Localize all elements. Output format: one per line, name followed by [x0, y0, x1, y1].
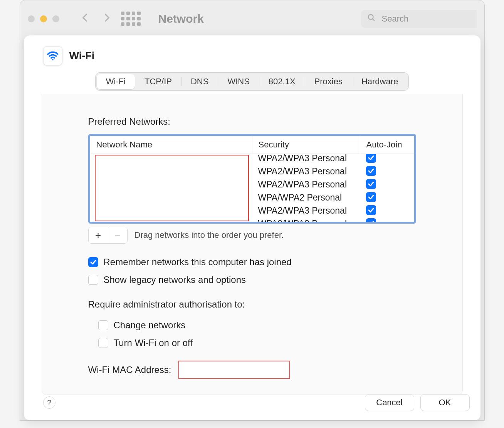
wifi-icon	[43, 46, 62, 65]
ok-button[interactable]: OK	[420, 394, 470, 411]
forward-button[interactable]	[102, 13, 112, 25]
checkbox-icon	[98, 338, 108, 348]
redacted-mac-address	[178, 361, 290, 379]
tab-wifi[interactable]: Wi-Fi	[97, 74, 135, 89]
wifi-mac-label: Wi-Fi MAC Address:	[88, 364, 171, 375]
remove-network-button[interactable]: −	[108, 227, 127, 243]
checkbox-icon	[88, 275, 98, 285]
svg-point-2	[52, 59, 54, 60]
help-button[interactable]: ?	[43, 396, 55, 409]
minimize-button[interactable]	[40, 15, 47, 22]
window-title: Network	[158, 12, 204, 25]
cancel-button[interactable]: Cancel	[365, 394, 414, 411]
drag-hint: Drag networks into the order you prefer.	[134, 230, 284, 240]
change-networks-label: Change networks	[114, 320, 186, 331]
security-cell: WPA2/WPA3 Personal	[252, 206, 360, 216]
security-cell: WPA2/WPA3 Personal	[252, 166, 360, 177]
preferred-networks-table[interactable]: Network Name Security Auto-Join WPA2/WPA…	[88, 134, 416, 224]
show-all-icon[interactable]	[121, 12, 141, 26]
tab-bar: Wi-Fi TCP/IP DNS WINS 802.1X Proxies Har…	[95, 72, 409, 91]
change-networks-checkbox[interactable]: Change networks	[98, 320, 416, 331]
close-button[interactable]	[28, 15, 35, 22]
remember-networks-label: Remember networks this computer has join…	[104, 257, 292, 268]
autojoin-cell	[360, 166, 414, 177]
autojoin-checkbox[interactable]	[366, 154, 376, 163]
show-legacy-checkbox[interactable]: Show legacy networks and options	[88, 274, 416, 285]
tab-8021x[interactable]: 802.1X	[259, 74, 305, 89]
preferred-networks-label: Preferred Networks:	[88, 116, 416, 127]
admin-auth-label: Require administrator authorisation to:	[88, 299, 416, 310]
traffic-lights	[28, 15, 59, 22]
redacted-network-names	[95, 155, 249, 221]
autojoin-cell	[360, 179, 414, 190]
checkbox-icon	[88, 257, 98, 267]
security-cell: WPA2/WPA3 Personal	[252, 154, 360, 164]
autojoin-cell	[360, 218, 414, 222]
autojoin-checkbox[interactable]	[366, 218, 376, 222]
autojoin-checkbox[interactable]	[366, 166, 376, 176]
sheet-title: Wi-Fi	[69, 50, 95, 62]
search-input[interactable]	[381, 13, 477, 24]
remember-networks-checkbox[interactable]: Remember networks this computer has join…	[88, 257, 416, 268]
toolbar: Network	[20, 0, 484, 37]
wifi-advanced-sheet: Wi-Fi Wi-Fi TCP/IP DNS WINS 802.1X Proxi…	[24, 35, 480, 420]
security-cell: WPA2/WPA3 Personal	[252, 219, 360, 222]
tab-tcpip[interactable]: TCP/IP	[135, 74, 181, 89]
autojoin-checkbox[interactable]	[366, 205, 376, 215]
tab-dns[interactable]: DNS	[181, 74, 218, 89]
toggle-wifi-checkbox[interactable]: Turn Wi-Fi on or off	[98, 338, 416, 348]
autojoin-cell	[360, 154, 414, 164]
toggle-wifi-label: Turn Wi-Fi on or off	[114, 338, 193, 348]
system-preferences-window: Network Wi-Fi Wi-Fi TCP/IP	[20, 0, 485, 421]
security-cell: WPA/WPA2 Personal	[252, 192, 360, 203]
autojoin-cell	[360, 192, 414, 203]
autojoin-checkbox[interactable]	[366, 192, 376, 202]
back-button[interactable]	[80, 13, 90, 25]
add-network-button[interactable]: +	[89, 227, 108, 243]
zoom-button[interactable]	[52, 15, 59, 22]
svg-line-1	[372, 19, 374, 21]
autojoin-checkbox[interactable]	[366, 179, 376, 189]
show-legacy-label: Show legacy networks and options	[104, 274, 246, 285]
tab-proxies[interactable]: Proxies	[305, 74, 352, 89]
search-icon	[367, 13, 376, 24]
checkbox-icon	[98, 320, 108, 330]
column-header-autojoin[interactable]: Auto-Join	[360, 136, 414, 154]
tab-hardware[interactable]: Hardware	[352, 74, 407, 89]
column-header-security[interactable]: Security	[252, 136, 360, 154]
tab-wins[interactable]: WINS	[218, 74, 259, 89]
security-cell: WPA2/WPA3 Personal	[252, 179, 360, 190]
column-header-name[interactable]: Network Name	[90, 136, 252, 154]
autojoin-cell	[360, 205, 414, 216]
search-field-container[interactable]	[361, 10, 477, 28]
